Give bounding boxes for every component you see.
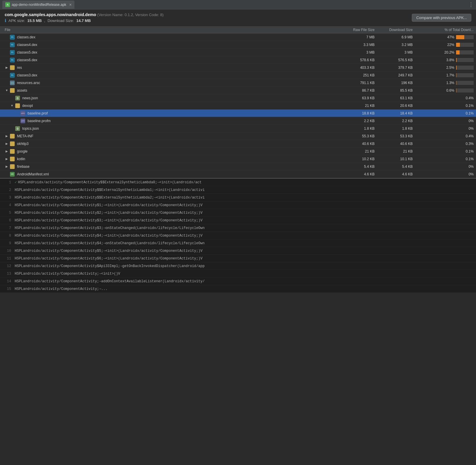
code-line: 2HSPLandroidx/activity/ComponentActivity… <box>0 186 476 194</box>
tree-arrow-icon[interactable]: ▶ <box>5 150 9 153</box>
row-pct-cell: 0.3% <box>417 142 476 146</box>
row-file-name: baseline.prof <box>28 111 48 115</box>
row-dl-size: 21 KB <box>379 149 417 153</box>
row-file-name: topics.json <box>22 126 39 131</box>
row-raw-size: 2.2 KB <box>338 119 379 123</box>
table-header: File Raw File Size Download Size % of To… <box>0 27 476 33</box>
row-file-name: okhttp3 <box>17 142 28 146</box>
line-number: 12 <box>0 264 15 268</box>
row-dl-size: 5.4 KB <box>379 165 417 169</box>
tree-arrow-icon[interactable]: ▶ <box>5 157 9 160</box>
pct-bar-container <box>456 43 474 47</box>
compare-button[interactable]: Compare with previous APK... <box>412 14 471 22</box>
tab-close-button[interactable]: × <box>69 2 72 7</box>
row-pct-cell: 3.8% <box>417 58 476 62</box>
tree-arrow-icon[interactable]: ▶ <box>5 66 9 69</box>
row-pct-cell: 47% <box>417 35 476 39</box>
svg-rect-13 <box>11 158 12 159</box>
tree-arrow-icon[interactable]: ▶ <box>5 134 9 138</box>
row-dl-size: 6.9 MB <box>379 35 417 39</box>
file-type-icon <box>10 134 15 139</box>
table-row[interactable]: HPRbaseline.prof18.8 KB18.4 KB0.1% <box>0 110 476 117</box>
row-file-name: assets <box>17 88 27 93</box>
table-row[interactable]: arscresources.arsc791.1 KB196 KB1.3% <box>0 79 476 87</box>
table-row[interactable]: ▶okhttp340.6 KB40.6 KB0.3% <box>0 140 476 148</box>
table-row[interactable]: 01classes.dex7 MB6.9 MB47% <box>0 33 476 41</box>
table-row[interactable]: HPRbaseline.profm2.2 KB2.2 KB0% <box>0 117 476 125</box>
row-raw-size: 10.2 KB <box>338 157 379 161</box>
file-type-icon <box>10 157 15 161</box>
file-type-icon: 01 <box>10 42 15 47</box>
table-row[interactable]: ▶META-INF55.3 KB53.3 KB0.4% <box>0 132 476 140</box>
row-pct-text: 0% <box>469 165 474 169</box>
file-type-icon: 01 <box>10 50 15 55</box>
code-line: 9HSPLandroidx/activity/ComponentActivity… <box>0 240 476 247</box>
tree-arrow-icon[interactable]: ▶ <box>5 142 9 145</box>
apk-info-row: ℹ APK size: 15.5 MB , Download Size: 14.… <box>5 18 164 23</box>
row-file-cell: ▶kotlin <box>0 157 338 161</box>
line-number: 13 <box>0 272 15 276</box>
row-pct-cell: 0.1% <box>417 157 476 161</box>
row-pct-text: 0% <box>469 172 474 176</box>
row-pct-cell: 0.6% <box>417 88 476 93</box>
row-pct-cell: 0.1% <box>417 111 476 115</box>
line-number: 14 <box>0 279 15 283</box>
table-row[interactable]: 01classes3.dex251 KB249.7 KB1.7% <box>0 71 476 79</box>
pct-bar-container <box>456 66 474 70</box>
line-number: 9 <box>0 241 15 245</box>
code-line: 7HSPLandroidx/activity/ComponentActivity… <box>0 224 476 232</box>
col-header-file: File <box>0 28 338 32</box>
row-raw-size: 86.7 KB <box>338 88 379 93</box>
file-type-icon: HPR <box>21 111 25 116</box>
table-row[interactable]: ▶firebase5.4 KB5.4 KB0% <box>0 163 476 170</box>
table-row[interactable]: {}topics.json1.8 KB1.8 KB0% <box>0 125 476 132</box>
file-type-icon: arsc <box>10 81 15 85</box>
code-line: 3HSPLandroidx/activity/ComponentActivity… <box>0 194 476 201</box>
info-icon: ℹ <box>5 18 6 23</box>
row-file-name: classes5.dex <box>17 50 37 54</box>
tree-arrow-icon[interactable]: ▶ <box>5 165 9 168</box>
row-file-name: META-INF <box>17 134 33 138</box>
file-type-icon: {} <box>15 126 20 131</box>
download-size-label: Download Size: <box>47 18 74 23</box>
row-file-cell: 01classes5.dex <box>0 50 338 55</box>
row-pct-text: 3.8% <box>446 58 454 62</box>
table-row[interactable]: 01classes4.dex3.3 MB3.2 MB22% <box>0 41 476 49</box>
table-row[interactable]: ▼dexopt21 KB20.6 KB0.1% <box>0 102 476 110</box>
row-pct-cell: 0% <box>417 172 476 176</box>
row-raw-size: 4.6 KB <box>338 172 379 176</box>
row-pct-cell: 1.3% <box>417 81 476 85</box>
pct-bar <box>456 50 460 54</box>
row-raw-size: 18.8 KB <box>338 111 379 115</box>
row-pct-text: 0.4% <box>466 134 474 138</box>
table-row[interactable]: 01classes6.dex578.6 KB576.5 KB3.8% <box>0 56 476 64</box>
row-dl-size: 3.2 MB <box>379 43 417 47</box>
svg-rect-1 <box>11 66 12 67</box>
row-pct-text: 22% <box>447 43 454 47</box>
line-content: HSPLandroidx/activity/ComponentActivity;… <box>15 272 476 276</box>
tree-arrow-icon[interactable]: ▼ <box>5 89 9 92</box>
table-row[interactable]: MEAndroidManifest.xml4.6 KB4.6 KB0% <box>0 170 476 178</box>
row-dl-size: 53.3 KB <box>379 134 417 138</box>
row-pct-text: 0.3% <box>466 142 474 146</box>
line-number: 11 <box>0 257 15 261</box>
row-dl-size: 20.6 KB <box>379 104 417 108</box>
table-row[interactable]: ▼assets86.7 KB85.5 KB0.6% <box>0 87 476 94</box>
line-number: 5 <box>0 211 15 215</box>
table-row[interactable]: 01classes5.dex3 MB3 MB20.2% <box>0 49 476 56</box>
apk-tab[interactable]: A app-demo-nonMinifiedRelease.apk × <box>2 1 74 9</box>
line-content: HSPLandroidx/activity/ComponentActivity$… <box>15 264 476 268</box>
col-header-pct: % of Total Downl... <box>417 28 476 32</box>
table-row[interactable]: {}news.json63.9 KB63.1 KB0.4% <box>0 94 476 102</box>
table-row[interactable]: ▶kotlin10.2 KB10.1 KB0.1% <box>0 155 476 163</box>
tab-menu-button[interactable]: ⋮ <box>468 1 474 8</box>
row-dl-size: 85.5 KB <box>379 88 417 93</box>
row-file-cell: HPRbaseline.profm <box>0 119 338 123</box>
pct-bar-container <box>456 58 474 62</box>
line-number: 6 <box>0 218 15 223</box>
table-row[interactable]: ▶res403.3 KB379.7 KB2.5% <box>0 64 476 71</box>
table-row[interactable]: ▶google21 KB21 KB0.1% <box>0 148 476 155</box>
line-content: HSPLandroidx/activity/ComponentActivity$… <box>15 211 476 215</box>
row-file-name: google <box>17 149 28 153</box>
tree-arrow-icon[interactable]: ▼ <box>10 104 14 107</box>
